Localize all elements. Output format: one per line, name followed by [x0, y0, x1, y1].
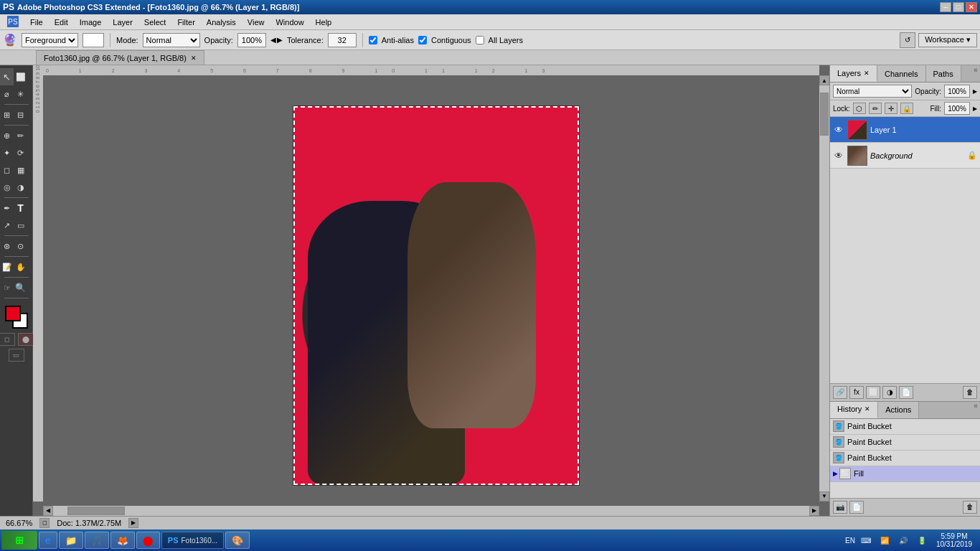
scroll-right-btn[interactable]: ▶ — [809, 506, 819, 516]
h-scrollbar[interactable]: ◀ ▶ — [43, 506, 819, 516]
tab-actions[interactable]: Actions — [878, 402, 919, 418]
layers-collapse-btn[interactable]: « — [971, 65, 980, 74]
foreground-color[interactable] — [5, 306, 21, 321]
crop-tool[interactable]: ⊞ — [0, 106, 14, 123]
magic-wand-tool[interactable]: ✳ — [14, 85, 27, 103]
document-tab[interactable]: Foto1360.jpg @ 66.7% (Layer 1, RGB/8) ✕ — [36, 50, 204, 65]
scroll-down-btn[interactable]: ▼ — [819, 491, 829, 501]
h-scroll-thumb[interactable] — [67, 507, 125, 515]
menu-filter[interactable]: Filter — [171, 17, 200, 28]
layer-bg-visibility[interactable]: 👁 — [833, 150, 844, 161]
history-item-4[interactable]: ▶ ⬜ Fill — [830, 466, 980, 482]
lock-all-btn[interactable]: 🔒 — [900, 103, 913, 114]
scroll-up-btn[interactable]: ▲ — [819, 75, 829, 85]
taskbar-ie[interactable]: e — [39, 532, 57, 549]
tray-volume-icon[interactable]: 🔊 — [895, 532, 911, 548]
gradient-tool[interactable]: ▦ — [14, 161, 27, 179]
menu-analysis[interactable]: Analysis — [201, 17, 242, 28]
history-tab-close[interactable]: ✕ — [864, 405, 870, 413]
layer-1-visibility[interactable]: 👁 — [833, 124, 844, 136]
layer-mask-btn[interactable]: ⬜ — [866, 386, 880, 399]
quick-mask-mode[interactable]: ⬤ — [18, 333, 34, 346]
taskbar-explorer[interactable]: 📁 — [59, 532, 83, 549]
tray-network-icon[interactable]: 📶 — [877, 532, 892, 548]
status-arrow[interactable]: ▶ — [128, 518, 138, 528]
menu-image[interactable]: Image — [74, 17, 108, 28]
canvas-rotate-btn[interactable]: ↺ — [900, 32, 915, 48]
maximize-button[interactable]: □ — [953, 2, 964, 12]
history-collapse-btn[interactable]: « — [971, 402, 980, 410]
start-button[interactable]: ⊞ — [1, 531, 37, 550]
history-item-2[interactable]: 🪣 Paint Bucket — [830, 435, 980, 451]
notes-tool[interactable]: 📝 — [0, 258, 14, 276]
standard-screen[interactable]: ▭ — [9, 349, 24, 362]
fill-arrow[interactable]: ▶ — [973, 105, 977, 112]
zoom-tool[interactable]: 🔍 — [14, 279, 27, 296]
heal-tool[interactable]: ⊕ — [0, 127, 14, 144]
new-fill-layer-btn[interactable]: ◑ — [882, 386, 897, 399]
menu-ps[interactable] — [1, 14, 24, 30]
layer-style-btn[interactable]: fx — [849, 386, 864, 399]
canvas-scroll[interactable] — [33, 65, 829, 515]
zoom-indicator[interactable]: ◻ — [39, 518, 50, 528]
opacity-arrow[interactable]: ▶ — [973, 88, 977, 95]
hand-tool[interactable]: ☞ — [0, 279, 14, 296]
mode-select[interactable]: Normal — [143, 33, 200, 47]
contiguous-checkbox[interactable] — [418, 36, 427, 44]
v-scrollbar[interactable]: ▲ ▼ — [819, 75, 829, 501]
shape-tool[interactable]: ▭ — [14, 217, 27, 234]
anti-alias-checkbox[interactable] — [369, 36, 377, 44]
menu-view[interactable]: View — [242, 17, 270, 28]
doc-tab-close[interactable]: ✕ — [191, 55, 197, 62]
taskbar-colorpicker[interactable]: 🎨 — [225, 532, 250, 549]
opacity-decrease[interactable]: ◀ — [270, 36, 276, 44]
fg-bg-colors[interactable]: ⇄ — [5, 306, 28, 329]
slice-tool[interactable]: ⊟ — [14, 106, 27, 123]
opacity-increase[interactable]: ▶ — [277, 36, 283, 44]
close-button[interactable]: ✕ — [966, 2, 977, 12]
move-tool[interactable]: ↖ — [0, 68, 14, 85]
tray-keyboard-icon[interactable]: ⌨ — [858, 532, 874, 548]
taskbar-photoshop[interactable]: PS Foto1360... — [161, 532, 224, 549]
text-tool[interactable]: T — [14, 199, 27, 217]
path-tool[interactable]: ✒ — [0, 199, 14, 217]
menu-layer[interactable]: Layer — [107, 17, 138, 28]
history-delete-btn[interactable]: 🗑 — [963, 501, 977, 514]
tab-channels[interactable]: Channels — [877, 65, 925, 82]
lock-move-btn[interactable]: ✛ — [885, 103, 897, 114]
blend-mode-select[interactable]: Normal — [833, 85, 912, 98]
standard-mode[interactable]: ◻ — [0, 333, 15, 346]
opacity-value[interactable] — [944, 85, 970, 98]
menu-help[interactable]: Help — [310, 17, 338, 28]
history-new-doc-btn[interactable]: 📄 — [849, 501, 864, 514]
lock-image-btn[interactable]: ✏ — [869, 103, 882, 114]
color-swatch[interactable] — [83, 33, 104, 47]
blur-tool[interactable]: ◎ — [0, 179, 14, 196]
select-path-tool[interactable]: ↗ — [0, 217, 14, 234]
delete-layer-btn[interactable]: 🗑 — [963, 386, 977, 399]
history-brush-tool[interactable]: ⟳ — [14, 144, 27, 161]
3d-rotate-tool[interactable]: ⊛ — [0, 237, 14, 255]
tolerance-input[interactable] — [328, 33, 357, 47]
menu-select[interactable]: Select — [138, 17, 172, 28]
fill-value[interactable] — [944, 102, 970, 115]
taskbar-firefox[interactable]: 🦊 — [110, 532, 135, 549]
history-item-3[interactable]: 🪣 Paint Bucket — [830, 451, 980, 466]
tab-history[interactable]: History ✕ — [830, 402, 878, 418]
minimize-button[interactable]: ─ — [940, 2, 951, 12]
new-layer-btn[interactable]: 📄 — [899, 386, 913, 399]
foreground-select[interactable]: Foreground — [22, 33, 78, 47]
link-layers-btn[interactable]: 🔗 — [833, 386, 847, 399]
all-layers-checkbox[interactable] — [476, 36, 484, 44]
menu-file[interactable]: File — [24, 17, 49, 28]
dodge-tool[interactable]: ◑ — [14, 179, 27, 196]
tray-battery-icon[interactable]: 🔋 — [914, 532, 930, 548]
taskbar-chrome[interactable]: ⬤ — [136, 532, 160, 549]
layers-tab-close[interactable]: ✕ — [864, 70, 870, 77]
history-snapshot-btn[interactable]: 📷 — [833, 501, 847, 514]
tab-paths[interactable]: Paths — [926, 65, 961, 82]
layer-item-background[interactable]: 👁 Background 🔒 — [830, 143, 980, 169]
scroll-thumb[interactable] — [820, 93, 829, 136]
opacity-input[interactable] — [237, 33, 266, 47]
workspace-button[interactable]: Workspace ▾ — [918, 33, 977, 47]
